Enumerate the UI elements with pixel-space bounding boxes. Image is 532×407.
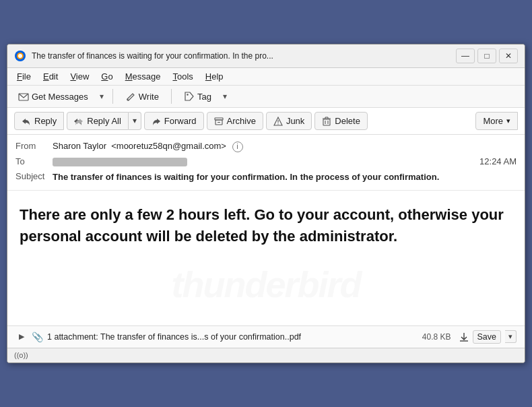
svg-rect-12 xyxy=(323,119,330,125)
svg-point-6 xyxy=(187,94,188,95)
from-label: From xyxy=(15,141,53,151)
more-chevron-icon: ▾ xyxy=(506,117,510,125)
email-header: From Sharon Taylor <mooretuz58qn@gmail.c… xyxy=(7,135,525,191)
to-label: To xyxy=(15,156,53,166)
to-value: ████████████████████████ xyxy=(53,156,479,166)
menu-bar: File Edit View Go Message Tools Help xyxy=(7,68,525,86)
archive-button[interactable]: Archive xyxy=(207,112,263,130)
sender-name: Sharon Taylor xyxy=(53,141,106,151)
reply-all-button[interactable]: Reply All xyxy=(67,112,129,130)
attachment-filename: The transfer of finances is...s of your … xyxy=(100,332,301,342)
reply-button[interactable]: Reply xyxy=(14,112,64,130)
get-messages-icon xyxy=(18,91,29,102)
menu-tools[interactable]: Tools xyxy=(167,69,198,84)
download-icon xyxy=(459,332,469,342)
menu-help[interactable]: Help xyxy=(200,69,229,84)
save-button[interactable]: Save xyxy=(473,330,502,344)
status-bar: ((o)) xyxy=(7,348,525,363)
subject-label: Subject xyxy=(15,171,53,181)
toolbar-separator-2 xyxy=(171,89,172,104)
attachment-bar: ▶ 📎 1 attachment: The transfer of financ… xyxy=(7,325,525,348)
email-time: 12:24 AM xyxy=(479,156,517,166)
minimize-button[interactable]: — xyxy=(456,49,475,63)
to-row: To ████████████████████████ 12:24 AM xyxy=(15,154,517,168)
reply-all-group: Reply All ▾ xyxy=(67,112,141,130)
junk-button[interactable]: Junk xyxy=(266,112,312,130)
forward-button[interactable]: Forward xyxy=(144,112,204,130)
paperclip-icon: 📎 xyxy=(32,332,43,342)
forward-icon xyxy=(152,117,161,126)
window-controls: — □ ✕ xyxy=(456,49,518,63)
tag-button[interactable]: Tag xyxy=(178,88,217,104)
watermark: thunderbird xyxy=(172,263,361,305)
action-bar: Reply Reply All ▾ Forward xyxy=(7,108,525,135)
email-window: The transfer of finances is waiting for … xyxy=(7,44,525,363)
menu-go[interactable]: Go xyxy=(96,69,118,84)
more-group: More ▾ xyxy=(475,112,518,130)
from-row: From Sharon Taylor <mooretuz58qn@gmail.c… xyxy=(15,139,517,154)
svg-point-2 xyxy=(18,54,22,58)
reply-group: Reply xyxy=(14,112,64,130)
get-messages-button[interactable]: Get Messages xyxy=(13,88,94,104)
tag-icon xyxy=(184,91,195,102)
attachment-count: 1 attachment: xyxy=(47,332,98,342)
get-messages-dropdown[interactable]: ▾ xyxy=(98,89,106,104)
subject-row: Subject The transfer of finances is wait… xyxy=(15,168,517,186)
menu-file[interactable]: File xyxy=(11,69,36,84)
svg-point-11 xyxy=(277,123,278,124)
title-bar: The transfer of finances is waiting for … xyxy=(7,44,525,68)
reply-all-dropdown[interactable]: ▾ xyxy=(129,112,141,130)
more-button[interactable]: More ▾ xyxy=(475,112,518,130)
menu-message[interactable]: Message xyxy=(120,69,166,84)
write-icon xyxy=(125,91,136,102)
close-button[interactable]: ✕ xyxy=(499,49,518,63)
window-title: The transfer of finances is waiting for … xyxy=(32,51,451,61)
menu-view[interactable]: View xyxy=(65,69,94,84)
junk-icon xyxy=(273,117,283,126)
toolbar-separator-1 xyxy=(112,89,113,104)
email-body: There are only a few 2 hours left. Go to… xyxy=(7,191,525,325)
to-blurred: ████████████████████████ xyxy=(53,158,187,166)
email-body-text: There are only a few 2 hours left. Go to… xyxy=(20,204,512,247)
sender-email: <mooretuz58qn@gmail.com> xyxy=(111,141,226,151)
archive-icon xyxy=(214,117,224,126)
save-dropdown[interactable]: ▾ xyxy=(505,330,517,343)
delete-icon xyxy=(322,117,331,126)
delete-button[interactable]: Delete xyxy=(314,112,368,130)
sender-info-icon[interactable]: i xyxy=(232,142,243,152)
status-icon: ((o)) xyxy=(14,351,28,359)
app-icon xyxy=(14,50,26,62)
attachment-expand-icon[interactable]: ▶ xyxy=(15,331,28,343)
from-value: Sharon Taylor <mooretuz58qn@gmail.com> i xyxy=(53,141,517,152)
reply-all-icon xyxy=(74,117,84,126)
write-button[interactable]: Write xyxy=(120,88,164,104)
attachment-size: 40.8 KB xyxy=(422,332,451,342)
main-toolbar: Get Messages ▾ Write Tag ▾ xyxy=(7,86,525,108)
reply-icon xyxy=(22,117,31,126)
tag-dropdown[interactable]: ▾ xyxy=(221,89,229,104)
menu-edit[interactable]: Edit xyxy=(38,69,63,84)
attachment-info: 1 attachment: The transfer of finances i… xyxy=(47,332,418,342)
subject-text: The transfer of finances is waiting for … xyxy=(53,171,439,183)
maximize-button[interactable]: □ xyxy=(477,49,496,63)
